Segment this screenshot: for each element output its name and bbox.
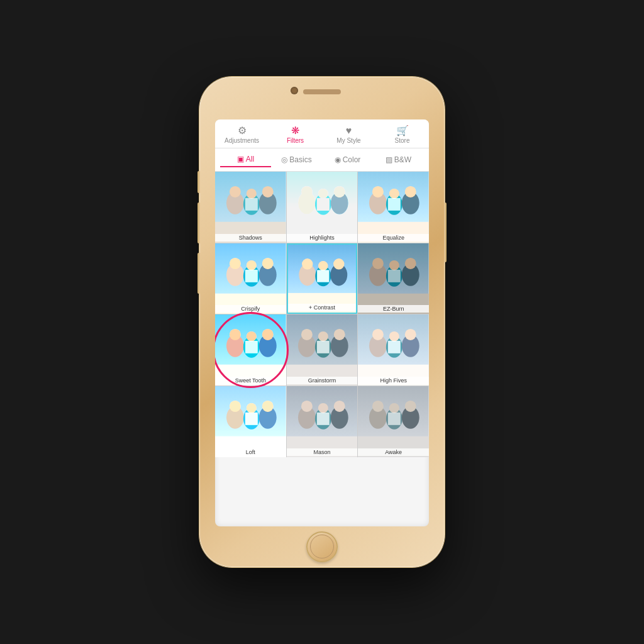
phone-screen: ⚙ Adjustments ❋ Filters ♥ My Style 🛒 Sto… [215, 119, 429, 526]
tab-filters-label: Filters [287, 137, 304, 144]
svg-point-8 [262, 186, 274, 197]
adjustments-icon: ⚙ [238, 126, 247, 136]
mute-button[interactable] [197, 171, 200, 193]
svg-point-12 [301, 186, 313, 197]
filter-cell-awake[interactable]: Awake [358, 386, 429, 457]
svg-point-98 [333, 401, 345, 412]
filter-label-ez-burn: EZ-Burn [358, 305, 429, 313]
phone-frame: ⚙ Adjustments ❋ Filters ♥ My Style 🛒 Sto… [199, 77, 445, 567]
svg-point-104 [389, 403, 399, 413]
filter-label-loft: Loft [215, 448, 286, 456]
svg-point-95 [318, 403, 328, 413]
svg-point-86 [247, 403, 257, 413]
filter-label-grainstorm: Grainstorm [287, 377, 358, 384]
svg-point-93 [301, 401, 313, 412]
svg-point-57 [230, 329, 241, 340]
svg-point-26 [405, 186, 416, 197]
cat-bw[interactable]: ▨ B&W [373, 152, 424, 167]
svg-point-66 [301, 329, 313, 340]
filter-cell-mason[interactable]: Mason [287, 386, 358, 457]
filter-grid: Shadows [215, 172, 429, 526]
tab-adjustments-label: Adjustments [225, 137, 259, 144]
front-camera [291, 87, 298, 94]
filter-cell-highlights[interactable]: Highlights [287, 172, 358, 243]
svg-point-77 [389, 331, 399, 341]
cat-all-label: All [246, 155, 254, 164]
svg-rect-51 [388, 270, 401, 282]
tab-store[interactable]: 🛒 Store [375, 125, 429, 145]
svg-point-35 [262, 258, 274, 269]
svg-rect-60 [245, 341, 258, 353]
my-style-icon: ♥ [346, 126, 352, 136]
svg-point-5 [247, 189, 257, 199]
filter-cell-sweet-tooth[interactable]: Sweet Tooth [215, 314, 286, 386]
cat-all-icon: ▣ [237, 155, 244, 164]
svg-rect-6 [245, 198, 258, 211]
filter-cell-high-fives[interactable]: High Fives [358, 314, 429, 386]
cat-color-label: Color [343, 155, 361, 164]
svg-point-30 [230, 258, 241, 269]
tab-bar: ⚙ Adjustments ❋ Filters ♥ My Style 🛒 Sto… [215, 119, 429, 148]
svg-rect-87 [245, 413, 258, 425]
cat-bw-icon: ▨ [386, 155, 392, 164]
filter-label-high-fives: High Fives [358, 377, 429, 384]
filter-label-equalize: Equalize [358, 234, 429, 242]
svg-rect-24 [388, 198, 401, 211]
svg-point-84 [230, 401, 241, 412]
svg-rect-33 [245, 270, 258, 282]
photo-grid: Shadows [215, 172, 429, 457]
svg-point-107 [405, 401, 416, 412]
tab-store-label: Store [395, 137, 410, 144]
cat-basics-icon: ◎ [281, 155, 287, 164]
svg-point-48 [372, 258, 384, 269]
tab-filters[interactable]: ❋ Filters [269, 125, 322, 145]
svg-point-41 [318, 261, 328, 270]
svg-point-14 [318, 189, 328, 199]
svg-point-50 [389, 260, 399, 270]
power-button[interactable] [444, 203, 447, 262]
volume-up-button[interactable] [197, 203, 200, 243]
tab-adjustments[interactable]: ⚙ Adjustments [215, 125, 269, 145]
cat-basics[interactable]: ◎ Basics [271, 152, 322, 167]
cat-all[interactable]: ▣ All [220, 152, 271, 167]
svg-rect-96 [317, 413, 330, 425]
filter-label-mason: Mason [287, 448, 358, 456]
filter-cell-crisp[interactable]: Crispify [215, 243, 286, 314]
svg-point-23 [389, 189, 399, 199]
cat-color-icon: ◉ [335, 155, 341, 164]
svg-rect-105 [388, 413, 401, 425]
svg-rect-15 [317, 198, 330, 211]
filter-cell-loft[interactable]: Loft [215, 386, 286, 457]
svg-point-59 [247, 331, 257, 341]
filter-label-crisp: Crispify [215, 305, 286, 313]
cat-color[interactable]: ◉ Color [322, 152, 373, 167]
filter-cell-plus-contrast[interactable]: + Contrast [287, 243, 358, 314]
filter-cell-ez-burn[interactable]: EZ-Burn [358, 243, 429, 314]
filter-cell-shadows[interactable]: Shadows [215, 172, 286, 243]
store-icon: 🛒 [396, 126, 409, 136]
svg-rect-78 [388, 341, 401, 353]
filter-label-highlights: Highlights [287, 234, 358, 242]
svg-point-17 [333, 186, 345, 197]
filter-cell-grainstorm[interactable]: Grainstorm [287, 314, 358, 386]
volume-down-button[interactable] [197, 253, 200, 294]
svg-point-32 [247, 260, 257, 270]
filter-category-bar: ▣ All ◎ Basics ◉ Color ▨ B&W [215, 148, 429, 172]
svg-rect-42 [317, 270, 329, 282]
home-button[interactable] [306, 531, 338, 562]
cat-bw-label: B&W [394, 155, 411, 164]
svg-point-80 [405, 329, 416, 340]
svg-point-3 [230, 186, 241, 197]
svg-point-21 [372, 186, 384, 197]
filters-icon: ❋ [291, 126, 299, 136]
tab-my-style[interactable]: ♥ My Style [322, 125, 375, 145]
svg-point-89 [262, 401, 274, 412]
filter-cell-equalize[interactable]: Equalize [358, 172, 429, 243]
svg-rect-69 [317, 341, 330, 353]
filter-label-plus-contrast: + Contrast [288, 304, 357, 311]
svg-point-39 [302, 258, 313, 269]
svg-point-102 [372, 401, 384, 412]
cat-basics-label: Basics [289, 155, 311, 164]
speaker [303, 89, 341, 94]
svg-point-68 [318, 331, 328, 341]
